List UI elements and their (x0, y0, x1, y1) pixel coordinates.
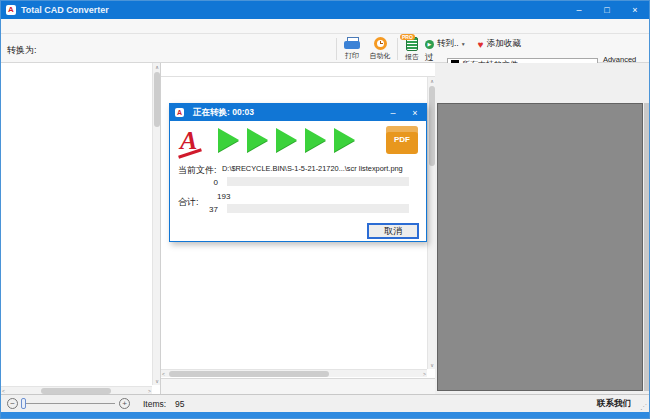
dialog-title: 正在转换: 00:03 (193, 107, 254, 119)
total-label: 合计: (178, 196, 199, 209)
green-arrow-icon (247, 128, 268, 152)
clock-icon (374, 37, 387, 50)
report-button[interactable]: PRO 报告 (400, 36, 424, 62)
scroll-down-icon[interactable]: ∨ (428, 362, 435, 368)
print-button[interactable]: 打印 (339, 36, 365, 61)
window-title: Total CAD Converter (21, 5, 109, 15)
goto-arrow-icon: ▶ (425, 40, 434, 49)
automate-button[interactable]: 自动化 (365, 36, 395, 61)
scroll-down-icon[interactable]: ∨ (153, 378, 161, 384)
current-file-label: 当前文件: (178, 164, 217, 177)
resize-grip[interactable]: ⋰ (640, 403, 647, 411)
goto-label: 转到.. (437, 38, 459, 50)
file-vertical-scrollbar[interactable]: ∧ ∨ (427, 77, 435, 369)
automate-label: 自动化 (365, 51, 395, 61)
toolbar-separator (397, 38, 398, 60)
bottom-accent-strip (1, 412, 649, 419)
pro-badge: PRO (400, 34, 415, 40)
items-count: 95 (175, 399, 184, 409)
selection-action-bar (161, 378, 435, 394)
green-arrow-icon (218, 128, 239, 152)
close-button[interactable]: × (621, 1, 649, 19)
heart-icon: ♥ (478, 39, 484, 50)
items-label: Items: (143, 399, 166, 409)
tree-horizontal-scrollbar[interactable]: < > (1, 386, 152, 394)
cancel-button[interactable]: 取消 (367, 223, 419, 239)
current-file-path: D:\$RECYCLE.BIN\S-1-5-21-21720...\scr li… (222, 164, 403, 173)
total-count: 193 (217, 192, 237, 201)
preview-area (437, 103, 643, 391)
goto-button[interactable]: ▶ 转到.. ▼ (425, 38, 466, 50)
printer-icon (344, 37, 360, 50)
dialog-controls: – × (382, 108, 426, 118)
goto-row: ▶ 转到.. ▼ ♥ 添加收藏 (425, 38, 521, 50)
pdf-target-icon: PDF (386, 126, 418, 154)
contact-us-link[interactable]: 联系我们 (597, 398, 631, 410)
zoom-out-button[interactable]: − (7, 398, 18, 409)
toolbar: 转换为: 打印 自动化 PRO 报告 ▶ 转到.. ▼ ♥ (1, 34, 649, 63)
size-slider-track[interactable] (23, 403, 115, 404)
scrollbar-thumb[interactable] (154, 72, 160, 127)
toolbar-separator (336, 38, 337, 60)
scroll-right-icon[interactable]: > (423, 371, 426, 377)
title-bar: A Total CAD Converter – □ × (1, 1, 649, 19)
minimize-button[interactable]: – (565, 1, 593, 19)
green-arrow-icon (276, 128, 297, 152)
tree-vertical-scrollbar[interactable]: ∧ ∨ (152, 63, 160, 385)
status-links: 联系我们 (597, 397, 639, 410)
scrollbar-thumb[interactable] (169, 371, 329, 377)
file-horizontal-scrollbar[interactable]: < > (161, 369, 427, 377)
conversion-dialog: A 正在转换: 00:03 – × A PDF 当前文件: D:\$RECYCL… (169, 103, 427, 242)
dialog-title-bar: A 正在转换: 00:03 – × (170, 104, 426, 121)
folder-tree-panel: ∧ ∨ < > (1, 63, 161, 394)
scroll-left-icon[interactable]: < (162, 371, 165, 377)
green-arrow-icon (334, 128, 355, 152)
dialog-app-icon: A (175, 108, 184, 117)
file-list-header (161, 63, 435, 77)
add-favorite-label: 添加收藏 (487, 38, 521, 50)
size-slider-handle[interactable] (21, 398, 26, 409)
status-bar: − + Items: 95 联系我们 ⋰ (1, 394, 649, 412)
total-progress-bar (227, 204, 409, 213)
preview-panel (435, 63, 650, 394)
convert-to-label: 转换为: (7, 44, 37, 57)
cad-logo: A (180, 126, 206, 156)
add-favorite-button[interactable]: ♥ 添加收藏 (466, 38, 521, 50)
progress-arrows (218, 128, 363, 152)
menu-bar (1, 19, 649, 34)
report-label: 报告 (400, 52, 424, 62)
dialog-minimize-button[interactable]: – (382, 108, 404, 118)
app-icon: A (6, 5, 16, 15)
current-progress-bar (227, 177, 409, 186)
app-window: A Total CAD Converter – □ × 转换为: 打印 自动化 … (0, 0, 650, 419)
scroll-up-icon[interactable]: ∧ (153, 64, 161, 70)
zoom-in-button[interactable]: + (119, 398, 130, 409)
maximize-button[interactable]: □ (593, 1, 621, 19)
done-count: 37 (198, 205, 218, 214)
scroll-up-icon[interactable]: ∧ (428, 78, 435, 84)
window-controls: – □ × (565, 1, 649, 19)
preview-scrollbar[interactable] (644, 103, 650, 391)
print-label: 打印 (339, 51, 365, 61)
green-arrow-icon (305, 128, 326, 152)
dialog-close-button[interactable]: × (404, 108, 426, 118)
current-count: 0 (198, 178, 218, 187)
